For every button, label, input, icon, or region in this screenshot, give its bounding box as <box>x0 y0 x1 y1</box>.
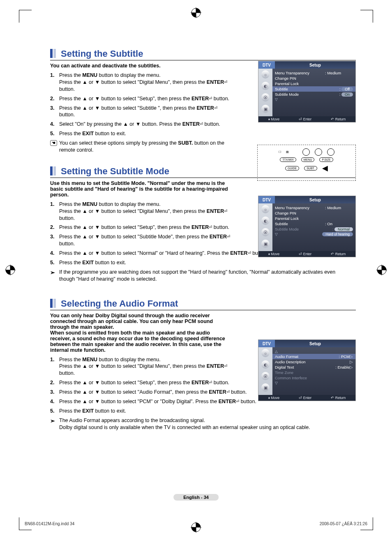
step-item: 1.Press the MENU button to display the m… <box>50 72 231 93</box>
footer-left: BN68-01412M-Eng.indd 34 <box>25 522 74 526</box>
osd-sidebar: ☼◐⦿▣ <box>258 69 272 116</box>
step-item: 5.Press the EXIT button to exit. <box>50 259 346 266</box>
osd-dtv-badge: DTV <box>258 196 275 203</box>
print-footer: BN68-01412M-Eng.indd 34 2008-05-07 ¿ÀÈÄ … <box>25 522 367 526</box>
step-item: ➣The Audio Format appears according to t… <box>50 417 346 431</box>
osd-title: Setup <box>275 196 355 203</box>
step-item: 3.Press the ▲ or ▼ button to select "Sub… <box>50 233 231 247</box>
page-number: English - 34 <box>173 494 219 501</box>
footer-right: 2008-05-07 ¿ÀÈÄ 3:21:26 <box>320 522 367 526</box>
osd-sidebar: ☼◐⦿▣ <box>258 203 272 251</box>
step-item: ☚You can select these options simply by … <box>50 140 231 154</box>
osd-title: Setup <box>275 340 355 347</box>
step-item: 1.Press the MENU button to display the m… <box>50 201 231 222</box>
osd-dtv-badge: DTV <box>258 61 275 69</box>
step-item: ➣If the programme you are watching does … <box>50 269 346 283</box>
step-item: 4.Select "On" by pressing the ▲ or ▼ but… <box>50 121 231 128</box>
step-item: 2.Press the ▲ or ▼ button to select "Set… <box>50 95 231 102</box>
steps-list: 1.Press the MENU button to display the m… <box>50 201 231 247</box>
section-title: Selecting the Audio Format <box>50 298 356 310</box>
registration-mark-icon <box>5 265 16 275</box>
registration-mark-icon <box>191 7 201 18</box>
pointer-arrow-icon: ◀ <box>322 164 328 173</box>
section-intro: Use this menu to set the Subtitle Mode. … <box>50 180 231 198</box>
step-item: 1.Press the MENU button to display the m… <box>50 356 231 377</box>
step-item: 3.Press the ▲ or ▼ button to select "Sub… <box>50 105 231 119</box>
steps-list: 1.Press the MENU button to display the m… <box>50 72 231 154</box>
osd-setup-subtitle: DTVSetup ☼◐⦿▣ Menu Transparency: Medium … <box>258 61 356 122</box>
registration-mark-icon <box>376 265 387 275</box>
remote-illustration: ☐▤ TTX/MIXMENUP.SIZE GUIDESUBT.◀ <box>257 145 356 181</box>
osd-dtv-badge: DTV <box>258 340 275 347</box>
section-intro: You can activate and deactivate the subt… <box>50 63 231 69</box>
step-item: 5.Press the EXIT button to exit. <box>50 408 346 415</box>
step-item: 5.Press the EXIT button to exit. <box>50 130 231 137</box>
step-item: 2.Press the ▲ or ▼ button to select "Set… <box>50 224 231 231</box>
steps-list: 1.Press the MENU button to display the m… <box>50 356 231 377</box>
section-intro: You can only hear Dolby Digital sound th… <box>50 313 231 353</box>
section-title: Setting the Subtitle <box>50 48 356 60</box>
osd-setup-subtitle-mode: DTVSetup ☼◐⦿▣ Menu Transparency: Medium … <box>258 196 356 257</box>
osd-setup-audio-format: DTVSetup ☼◐⦿▣ △ Audio Format: PCM▷ Audio… <box>258 339 356 401</box>
osd-title: Setup <box>275 61 355 69</box>
osd-sidebar: ☼◐⦿▣ <box>258 347 272 395</box>
